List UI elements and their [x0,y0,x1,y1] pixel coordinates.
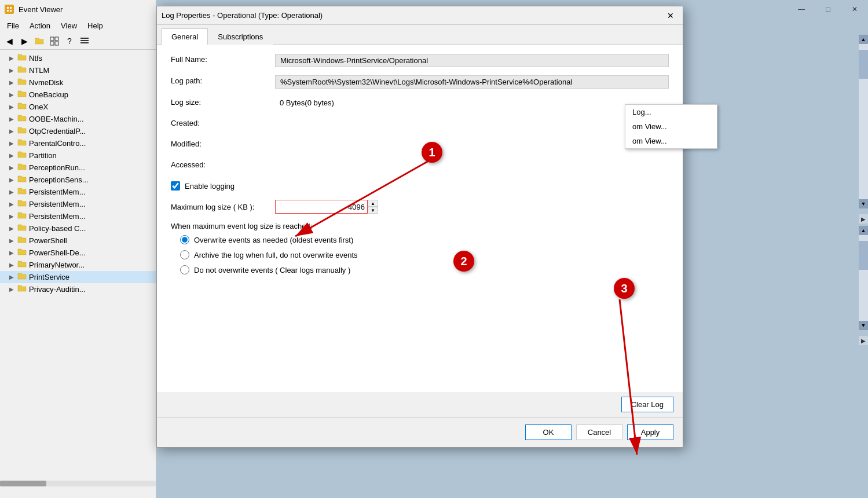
radio-no-overwrite-label[interactable]: Do not overwrite events ( Clear logs man… [194,266,350,274]
tree-arrow: ▶ [9,274,15,280]
tree-item-persistentmem3[interactable]: ▶ PersistentMem... [0,210,156,222]
tree-item-policybased[interactable]: ▶ Policy-based C... [0,222,156,235]
tree-item-perceptionrun[interactable]: ▶ PerceptionRun... [0,162,156,174]
view-button[interactable] [47,34,61,48]
context-menu-log[interactable]: Log... [625,105,717,119]
help-button[interactable]: ? [63,34,76,48]
enable-logging-checkbox[interactable] [171,181,180,191]
annotation-circle-1: 1 [422,142,442,163]
clear-log-button[interactable]: Clear Log [621,397,673,412]
radio-archive-label[interactable]: Archive the log when full, do not overwr… [194,251,358,259]
tree-item-persistentmem2[interactable]: ▶ PersistentMem... [0,198,156,210]
folder-icon [17,163,27,173]
annotation-label-1: 1 [428,146,435,159]
dialog-footer: OK Cancel Apply [157,417,683,447]
radio-no-overwrite-row: Do not overwrite events ( Clear logs man… [180,265,669,274]
tree-label: PersistentMem... [29,200,86,208]
context-menu-om-view2[interactable]: om View... [625,134,717,148]
modified-value [275,138,669,151]
tree-arrow: ▶ [9,164,15,171]
menu-file[interactable]: File [2,20,24,31]
radio-archive[interactable] [180,250,189,259]
tree-item-otp[interactable]: ▶ OtpCredentialP... [0,125,156,137]
modified-row: Modified: [171,138,669,151]
tree-item-ntfs[interactable]: ▶ Ntfs [0,52,156,64]
tree-item-onebackup[interactable]: ▶ OneBackup [0,89,156,101]
right-scrollbar-1[interactable]: ▲ ▼ [859,35,868,208]
folder-icon [17,102,27,112]
tree-item-parental[interactable]: ▶ ParentalContro... [0,137,156,149]
radio-overwrite-label[interactable]: Overwrite events as needed (oldest event… [194,236,353,244]
dialog-title: Log Properties - Operational (Type: Oper… [162,11,323,20]
folder-icon [17,175,27,185]
radio-overwrite[interactable] [180,235,189,244]
when-max-reached-label: When maximum event log size is reached: [171,222,669,230]
spinner-buttons: ▲ ▼ [368,200,378,214]
max-log-size-input[interactable] [275,200,368,214]
clear-log-footer: Clear Log [157,392,683,417]
forward-button[interactable]: ▶ [17,34,31,48]
tree-item-powershellde[interactable]: ▶ PowerShell-De... [0,247,156,259]
tree-arrow: ▶ [9,116,15,122]
tree-label: PowerShell [29,236,67,245]
dialog-close-button[interactable]: ✕ [663,8,678,23]
tree-arrow: ▶ [9,201,15,207]
tree-item-primarynet[interactable]: ▶ PrimaryNetwor... [0,259,156,271]
tab-subscriptions[interactable]: Subscriptions [208,28,273,45]
right-arrow-2[interactable]: ▶ [859,336,868,345]
tree-arrow: ▶ [9,286,15,292]
annotation-circle-3: 3 [614,278,635,299]
radio-overwrite-row: Overwrite events as needed (oldest event… [180,235,669,244]
tree-item-partition[interactable]: ▶ Partition [0,149,156,162]
tree-item-privacy[interactable]: ▶ Privacy-Auditin... [0,283,156,295]
ev-toolbar: ◀ ▶ ? [0,32,156,50]
folder-button[interactable] [32,34,46,48]
enable-logging-row: Enable logging [171,181,669,191]
tab-general[interactable]: General [162,28,208,45]
tree-arrow: ▶ [9,213,15,219]
context-menu-om-view1[interactable]: om View... [625,119,717,134]
svg-rect-3 [7,10,9,12]
tree-label: OOBE-Machin... [29,115,84,123]
right-scrollbar-2[interactable]: ▲ ▼ [859,226,868,330]
folder-icon [17,284,27,294]
app-icon [5,5,14,14]
tree-label: Policy-based C... [29,224,86,233]
menu-help[interactable]: Help [83,20,108,31]
tree-item-nvmedisk[interactable]: ▶ NvmeDisk [0,76,156,89]
tree-item-powershell[interactable]: ▶ PowerShell [0,235,156,247]
folder-icon [17,114,27,124]
menu-view[interactable]: View [56,20,82,31]
main-close-button[interactable]: ✕ [841,0,868,19]
svg-rect-2 [10,7,12,9]
folder-icon [17,260,27,270]
svg-rect-10 [80,40,89,41]
tree-label: PrintService [29,273,69,281]
details-button[interactable] [78,34,91,48]
apply-button[interactable]: Apply [627,424,673,440]
annotation-label-2: 2 [460,255,467,268]
right-arrow-1[interactable]: ▶ [859,214,868,224]
cancel-button[interactable]: Cancel [576,424,622,440]
back-button[interactable]: ◀ [2,34,16,48]
restore-button[interactable]: □ [815,0,841,19]
spinner-down-button[interactable]: ▼ [368,207,378,214]
ok-button[interactable]: OK [525,424,572,440]
minimize-button[interactable]: — [788,0,815,19]
tree-item-onex[interactable]: ▶ OneX [0,101,156,113]
enable-logging-label[interactable]: Enable logging [185,182,235,191]
tree-item-ntlm[interactable]: ▶ NTLM [0,64,156,76]
spinner-up-button[interactable]: ▲ [368,200,378,207]
tree-item-perceptionsens[interactable]: ▶ PerceptionSens... [0,174,156,186]
tree-item-printservice[interactable]: ▶ PrintService [0,271,156,283]
folder-icon [17,65,27,75]
dialog-overlay: Log Properties - Operational (Type: Oper… [153,0,686,498]
tree-item-oobe[interactable]: ▶ OOBE-Machin... [0,113,156,125]
max-log-size-label: Maximum log size ( KB ): [171,203,275,211]
menu-action[interactable]: Action [25,20,55,31]
tree-arrow: ▶ [9,262,15,268]
tree-arrow: ▶ [9,189,15,195]
tree-item-persistentmem1[interactable]: ▶ PersistentMem... [0,186,156,198]
annotation-circle-2: 2 [453,251,474,272]
radio-no-overwrite[interactable] [180,265,189,274]
